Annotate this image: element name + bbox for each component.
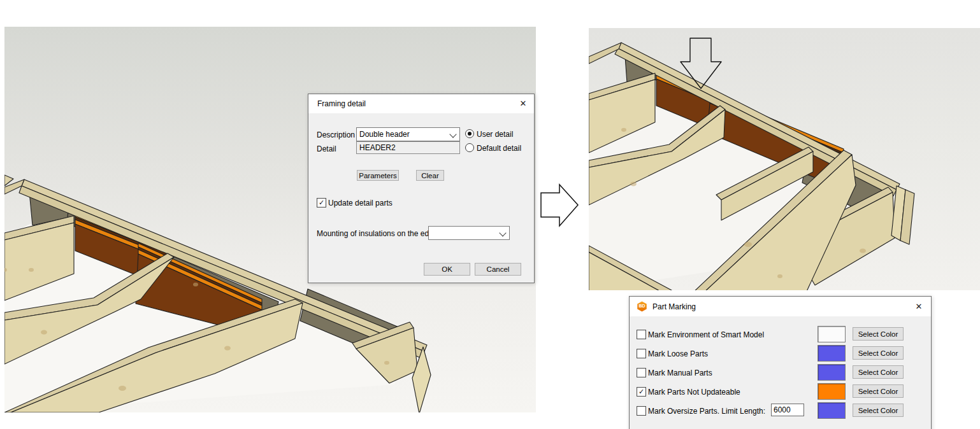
mark-oversize-parts-checkbox[interactable] (637, 406, 646, 416)
framing-detail-dialog: Framing detail ✕ Description Double head… (308, 94, 535, 283)
dialog-title: Framing detail (317, 99, 366, 108)
loose-parts-color-swatch (818, 345, 846, 362)
oversize-color-swatch (818, 402, 846, 419)
chevron-down-icon (449, 130, 456, 137)
mark-oversize-parts-label: Mark Oversize Parts. Limit Length: (648, 407, 765, 416)
description-label: Description (317, 130, 355, 139)
dialog-titlebar[interactable]: Framing detail ✕ (308, 94, 534, 113)
update-detail-parts-label: Update detail parts (328, 199, 393, 207)
select-color-button[interactable]: Select Color (853, 346, 904, 360)
transform-arrow-icon (538, 181, 580, 232)
part-marking-dialog: BD Part Marking ✕ Mark Environment of Sm… (629, 296, 932, 429)
mark-environment-label: Mark Environment of Smart Model (648, 330, 764, 339)
environment-color-swatch (818, 326, 846, 342)
mark-parts-not-updateable-checkbox[interactable]: ✓ (637, 387, 646, 397)
chevron-down-icon (499, 229, 506, 236)
mounting-combo[interactable] (428, 226, 510, 240)
detail-value: HEADER2 (359, 143, 396, 152)
mark-loose-parts-label: Mark Loose Parts (648, 349, 708, 358)
model-view-after[interactable] (589, 28, 980, 290)
dialog-titlebar[interactable]: BD Part Marking ✕ (630, 297, 931, 316)
user-detail-label: User detail (477, 130, 513, 139)
detail-field[interactable]: HEADER2 (356, 141, 460, 154)
dialog-title: Part Marking (652, 302, 696, 311)
mark-environment-checkbox[interactable] (637, 330, 646, 339)
framing-scene-after (589, 28, 980, 290)
radio-dot (468, 132, 472, 136)
select-color-button[interactable]: Select Color (853, 384, 904, 398)
mark-manual-parts-checkbox[interactable] (637, 368, 646, 377)
select-color-button[interactable]: Select Color (853, 327, 904, 341)
select-color-button[interactable]: Select Color (853, 365, 904, 379)
detail-label: Detail (317, 144, 336, 153)
manual-parts-color-swatch (818, 364, 846, 381)
not-updateable-color-swatch (818, 383, 846, 400)
clear-button[interactable]: Clear (416, 170, 444, 181)
user-detail-radio[interactable] (465, 129, 474, 138)
limit-length-input[interactable] (771, 404, 804, 416)
mark-manual-parts-label: Mark Manual Parts (648, 369, 712, 377)
parameters-button[interactable]: Parameters (357, 170, 399, 181)
close-icon[interactable]: ✕ (517, 98, 529, 109)
app-icon-text: BD (637, 304, 647, 308)
mounting-label: Mounting of insulations on the edge (317, 229, 437, 238)
default-detail-radio[interactable] (465, 143, 474, 152)
description-combo[interactable]: Double header (356, 127, 460, 141)
cancel-button[interactable]: Cancel (475, 263, 521, 276)
close-icon[interactable]: ✕ (913, 301, 925, 313)
mark-loose-parts-checkbox[interactable] (637, 349, 646, 358)
mark-parts-not-updateable-label: Mark Parts Not Updateable (648, 388, 740, 397)
update-detail-parts-checkbox[interactable]: ✓ (317, 198, 326, 207)
ok-button[interactable]: OK (424, 263, 470, 276)
description-value: Double header (359, 130, 410, 139)
default-detail-label: Default detail (477, 144, 521, 153)
select-color-button[interactable]: Select Color (853, 404, 904, 417)
